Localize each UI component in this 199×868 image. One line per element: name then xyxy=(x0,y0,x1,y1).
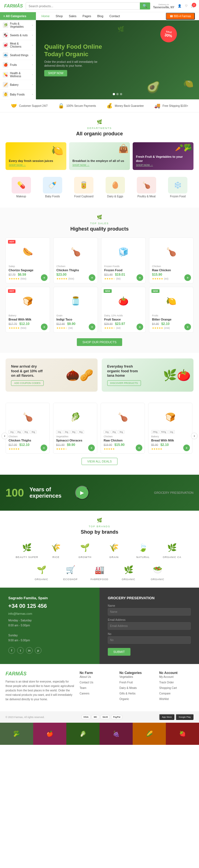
product-card-2[interactable]: 🍗 Chicken Chicken Thighs $23.00 ★★★★★ (5… xyxy=(53,238,98,283)
cat-card-fresh[interactable]: 🥕🥦 Fresh Fruit & Vegetables to your door… xyxy=(133,142,194,170)
product-card-4[interactable]: 🍗 Chicken Raw Chicken $15.90 ★★★★★ (44) … xyxy=(149,238,194,283)
carousel-cart-3[interactable]: + xyxy=(183,444,190,451)
submit-btn[interactable]: SUBMIT xyxy=(108,648,130,656)
size-tag[interactable]: 1kg xyxy=(104,430,110,434)
sidebar-item-bakery[interactable]: 🥖 Bakery › xyxy=(0,80,36,90)
cart-btn[interactable]: 🛒 2 xyxy=(191,4,195,8)
appstore-btn[interactable]: App Store xyxy=(159,714,175,720)
sidebar-item-fruits2[interactable]: 🍎 Fruits › xyxy=(0,60,36,70)
carousel-cart-2[interactable]: + xyxy=(136,444,142,451)
add-to-cart-1[interactable]: + xyxy=(41,274,47,281)
add-to-cart-5[interactable]: + xyxy=(41,323,47,330)
footer-link-herbs[interactable]: Gills & Herbs xyxy=(120,692,135,695)
product-card-7[interactable]: NEW 🍅 Dairy, 12% Acids Fruit Sauce $29.9… xyxy=(101,287,146,333)
footer-link-compare[interactable]: Compare xyxy=(159,692,170,695)
sidebar-item-meat[interactable]: 🥩 Meat & Chickens › xyxy=(0,40,36,51)
cat-icon-dairy[interactable]: 🥚 Dairy & Eggs xyxy=(106,177,125,198)
product-card-6[interactable]: 🫙 Grain Indigi Taco $12.90 $9.90 ★★★★☆ (… xyxy=(53,287,98,333)
product-card-5[interactable]: HOT 🍞 Bakery Bread With Milk $17.70 $12.… xyxy=(5,287,50,333)
footer-link-fruit[interactable]: Fresh Fruit xyxy=(120,681,133,684)
sidebar-item-seafood[interactable]: 🐟 Seafood things › xyxy=(0,51,36,60)
size-tag[interactable]: 4kg xyxy=(78,430,84,434)
carousel-arrow-left[interactable]: ‹ xyxy=(1,433,8,439)
name-input[interactable] xyxy=(108,608,191,616)
product-card-8[interactable]: NEW 🍋 Fruits Bitter Orange $4.90 $2.10 ★… xyxy=(149,287,194,333)
footer-link-organic[interactable]: Organic xyxy=(120,698,129,701)
cat-icon-baby[interactable]: 🍼 Baby Foods xyxy=(43,177,62,198)
add-to-cart-8[interactable]: + xyxy=(184,323,191,330)
add-to-cart-6[interactable]: + xyxy=(89,323,95,330)
brand-item-4[interactable]: 🍃 NATURAL xyxy=(131,540,156,559)
size-tag[interactable]: 250g xyxy=(151,430,159,434)
search-input[interactable] xyxy=(26,2,140,9)
sidebar-item-sweets[interactable]: 🍫 Sweets & nuts › xyxy=(0,30,36,40)
search-button[interactable]: 🔍 xyxy=(140,2,150,9)
wishlist-btn[interactable]: ♡ xyxy=(185,4,188,8)
cat-icon-food-cupboard[interactable]: 🥫 Food Cupboard xyxy=(74,177,93,198)
footer-link-wish[interactable]: Wishlist xyxy=(159,698,169,701)
brand-item-3[interactable]: 🌾 GRAIN xyxy=(102,540,127,559)
carousel-item-1[interactable]: 🥬 1kg 2kg 3kg 4kg Vegetables Spinacci Ol… xyxy=(53,403,97,454)
user-icon-btn[interactable]: 👤 xyxy=(178,4,181,8)
add-to-cart-2[interactable]: + xyxy=(89,274,95,281)
play-button[interactable]: ▶ xyxy=(75,486,89,500)
hero-dot-1[interactable] xyxy=(113,93,115,95)
card-link-0[interactable]: SHOP NOW → xyxy=(9,163,26,166)
carousel-item-3[interactable]: 🍞 250g 500g 1kg Bakery Bread With Milk $… xyxy=(148,403,192,454)
nav-sales[interactable]: Sales xyxy=(66,12,79,20)
footer-link-contact[interactable]: Contact Us xyxy=(79,681,93,684)
hero-dot-2[interactable] xyxy=(117,93,119,95)
footer-link-about[interactable]: About Us xyxy=(79,675,91,678)
coupon-btn[interactable]: ADD COUPON CODES xyxy=(11,380,44,386)
brand-item-6[interactable]: 🌱 ORGANIC xyxy=(29,563,54,581)
nav-pages[interactable]: Pages xyxy=(80,12,94,20)
brand-item-8[interactable]: 🏭 FABREFOOD xyxy=(87,563,112,581)
carousel-arrow-right[interactable]: › xyxy=(191,433,198,439)
footer-link-track[interactable]: Track Order xyxy=(159,681,174,684)
carousel-item-0[interactable]: 🍗 1kg 2kg 3kg 4kg Chicken Chicken Thighs… xyxy=(5,403,50,454)
product-card-3[interactable]: 🧊 Frozen Foods Frozen Food $21.90 $19.01… xyxy=(101,238,146,283)
add-to-cart-3[interactable]: + xyxy=(136,274,143,281)
email-input[interactable] xyxy=(108,622,191,630)
no-input[interactable] xyxy=(108,636,191,644)
cat-card-juices[interactable]: 🍋 Every day fresh session juices SHOP NO… xyxy=(5,142,66,170)
brand-item-5[interactable]: 🌿 ORGANIC CA xyxy=(160,540,185,559)
size-tag[interactable]: 2kg xyxy=(16,430,22,434)
hero-shop-btn[interactable]: SHOP NOW xyxy=(44,70,67,76)
footer-link-careers[interactable]: Careers xyxy=(79,692,90,695)
sidebar-item-baby[interactable]: 👶 Baby Foods › xyxy=(0,90,36,99)
card-link-1[interactable]: SHOP NOW → xyxy=(72,163,89,166)
nav-shop[interactable]: Shop xyxy=(53,12,66,20)
brand-item-7[interactable]: 🛒 ECOSHOP xyxy=(58,563,83,581)
nav-home[interactable]: Home xyxy=(39,12,52,20)
size-tag[interactable]: 2kg xyxy=(111,430,117,434)
size-tag[interactable]: 2kg xyxy=(63,430,70,434)
facebook-btn[interactable]: f xyxy=(8,647,15,654)
brand-item-9[interactable]: 🌿 ORGANIC xyxy=(116,563,141,581)
carousel-cart-1[interactable]: + xyxy=(88,444,95,451)
cat-icon-frozen[interactable]: ❄️ Frozen Food xyxy=(168,177,188,198)
size-tag[interactable]: 1kg xyxy=(8,430,15,434)
footer-link-dairy[interactable]: Dairy & Meats xyxy=(120,686,137,689)
logo[interactable]: FARMĀS xyxy=(4,4,23,8)
footer-link-cart[interactable]: Shopping Cart xyxy=(159,686,177,689)
shop-all-btn[interactable]: SHOP OUR PRODUCTS xyxy=(77,338,122,346)
twitter-btn[interactable]: t xyxy=(17,647,24,654)
discover-btn[interactable]: DISCOVER PRODUCTS xyxy=(107,380,141,386)
brand-item-0[interactable]: 🌿 BEAUTY SUPER xyxy=(15,540,39,559)
pinterest-btn[interactable]: p xyxy=(35,647,41,654)
size-tag[interactable]: 3kg xyxy=(118,430,124,434)
footer-link-veg[interactable]: Vegetables xyxy=(120,675,133,678)
size-tag[interactable]: 500g xyxy=(160,430,167,434)
product-card-1[interactable]: HOT 🌭 Salep Chorizo Saguage $7.70 $6.59 … xyxy=(5,238,50,283)
brand-item-1[interactable]: 🌾 RICE xyxy=(44,540,69,559)
carousel-cart-0[interactable]: + xyxy=(41,444,47,451)
cat-card-breakfast[interactable]: 👜 Breakfast is the empleye of all of us … xyxy=(69,142,130,170)
size-tag[interactable]: 1kg xyxy=(168,430,175,434)
nav-blog[interactable]: Blog xyxy=(95,12,106,20)
card-link-2[interactable]: SHOP NOW → xyxy=(136,163,153,166)
brand-item-2[interactable]: 🌱 growth xyxy=(73,540,98,559)
size-tag[interactable]: 4kg xyxy=(30,430,36,434)
add-to-cart-7[interactable]: + xyxy=(136,323,143,330)
cat-icon-makeup[interactable]: 💊 Makeup xyxy=(11,177,31,198)
